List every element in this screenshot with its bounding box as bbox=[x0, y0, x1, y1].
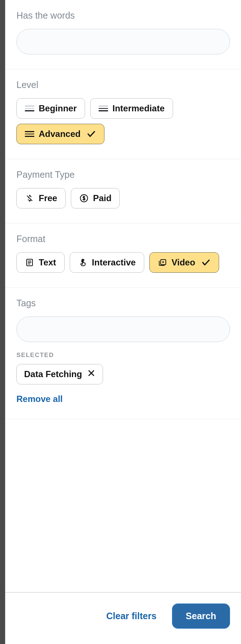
money-off-icon bbox=[25, 193, 34, 203]
payment-free-text: Free bbox=[39, 193, 57, 203]
level-beginner-text: Beginner bbox=[39, 103, 77, 114]
svg-marker-6 bbox=[162, 261, 164, 263]
tag-chip[interactable]: Data Fetching bbox=[16, 364, 103, 384]
text-icon bbox=[25, 258, 34, 267]
level-intermediate-text: Intermediate bbox=[112, 103, 165, 114]
level-options: Beginner Intermediate Advanced bbox=[16, 98, 230, 144]
tags-label: Tags bbox=[16, 298, 230, 308]
tags-input[interactable] bbox=[16, 317, 230, 342]
payment-options: Free Paid bbox=[16, 188, 230, 208]
level-beginner-icon bbox=[25, 104, 34, 113]
paid-icon bbox=[79, 193, 89, 203]
section-has-words: Has the words bbox=[5, 0, 241, 69]
level-advanced-chip[interactable]: Advanced bbox=[16, 124, 104, 144]
check-icon bbox=[201, 258, 211, 267]
level-advanced-icon bbox=[25, 129, 34, 139]
payment-free-chip[interactable]: Free bbox=[16, 188, 66, 208]
video-icon bbox=[158, 258, 167, 267]
payment-label: Payment Type bbox=[16, 169, 230, 180]
remove-all-link[interactable]: Remove all bbox=[16, 394, 230, 404]
level-advanced-text: Advanced bbox=[39, 129, 81, 139]
level-intermediate-chip[interactable]: Intermediate bbox=[90, 98, 173, 119]
payment-paid-chip[interactable]: Paid bbox=[71, 188, 120, 208]
has-words-input[interactable] bbox=[16, 29, 230, 54]
touch-icon bbox=[78, 258, 88, 267]
level-beginner-chip[interactable]: Beginner bbox=[16, 98, 85, 119]
format-video-text: Video bbox=[172, 257, 195, 268]
format-label: Format bbox=[16, 234, 230, 244]
close-icon[interactable] bbox=[87, 369, 95, 379]
filter-panel: Has the words Level Beginner Intermediat… bbox=[5, 0, 241, 644]
selected-tags: Data Fetching bbox=[16, 364, 230, 384]
format-options: Text Interactive Video bbox=[16, 252, 230, 273]
format-video-chip[interactable]: Video bbox=[149, 252, 219, 273]
section-level: Level Beginner Intermediate bbox=[5, 69, 241, 159]
section-tags: Tags SELECTED Data Fetching Remove all bbox=[5, 288, 241, 419]
format-interactive-text: Interactive bbox=[92, 257, 136, 268]
level-label: Level bbox=[16, 80, 230, 90]
search-button[interactable]: Search bbox=[172, 603, 230, 629]
tag-chip-label: Data Fetching bbox=[24, 369, 82, 379]
level-intermediate-icon bbox=[99, 104, 108, 113]
format-text-text: Text bbox=[39, 257, 56, 268]
section-payment: Payment Type Free Paid bbox=[5, 159, 241, 223]
section-format: Format Text Interactive bbox=[5, 223, 241, 288]
payment-paid-text: Paid bbox=[93, 193, 112, 203]
filter-scroll: Has the words Level Beginner Intermediat… bbox=[5, 0, 241, 592]
format-text-chip[interactable]: Text bbox=[16, 252, 65, 273]
clear-filters-button[interactable]: Clear filters bbox=[104, 610, 159, 622]
panel-footer: Clear filters Search bbox=[5, 592, 241, 644]
check-icon bbox=[87, 129, 96, 139]
has-words-label: Has the words bbox=[16, 10, 230, 21]
format-interactive-chip[interactable]: Interactive bbox=[70, 252, 144, 273]
tags-selected-label: SELECTED bbox=[16, 352, 230, 359]
